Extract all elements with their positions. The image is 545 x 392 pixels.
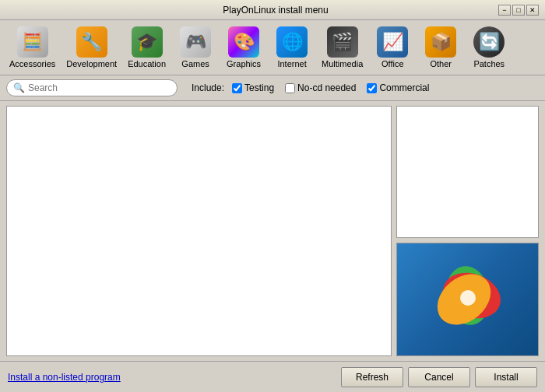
checkbox-no-cd[interactable]: No-cd needed <box>285 82 356 93</box>
other-icon: 📦 <box>425 26 456 58</box>
games-label: Games <box>181 59 209 68</box>
graphics-label: Graphics <box>227 59 261 68</box>
education-icon: 🎓 <box>132 26 163 58</box>
checkbox-group: TestingNo-cd neededCommercial <box>232 82 429 93</box>
program-list[interactable] <box>6 106 392 356</box>
checkbox-label-no-cd: No-cd needed <box>297 82 356 93</box>
patches-icon: 🔄 <box>473 26 505 58</box>
checkbox-input-commercial[interactable] <box>367 83 377 93</box>
category-item-patches[interactable]: 🔄Patches <box>466 23 512 72</box>
multimedia-icon: 🎬 <box>327 26 358 58</box>
minimize-button[interactable]: − <box>498 5 511 16</box>
close-button[interactable]: ✕ <box>526 5 539 16</box>
office-label: Office <box>382 59 404 68</box>
search-box[interactable]: 🔍 <box>6 79 178 96</box>
category-item-office[interactable]: 📈Office <box>369 23 416 72</box>
category-item-other[interactable]: 📦Other <box>417 23 464 72</box>
category-item-graphics[interactable]: 🎨Graphics <box>220 23 267 72</box>
accessories-label: Accessories <box>9 59 55 68</box>
accessories-icon: 🧮 <box>17 26 48 58</box>
internet-icon: 🌐 <box>276 26 308 58</box>
checkbox-input-no-cd[interactable] <box>285 83 295 93</box>
office-icon: 📈 <box>377 26 408 58</box>
logo-box <box>396 243 539 356</box>
right-panel <box>396 106 539 356</box>
svg-point-3 <box>460 290 476 306</box>
titlebar: PlayOnLinux install menu − □ ✕ <box>0 0 545 20</box>
games-icon: 🎮 <box>180 26 211 58</box>
category-item-internet[interactable]: 🌐Internet <box>269 23 315 72</box>
maximize-button[interactable]: □ <box>512 5 525 16</box>
development-label: Development <box>66 59 117 68</box>
main-content <box>0 101 545 361</box>
checkbox-label-commercial: Commercial <box>379 82 429 93</box>
checkbox-commercial[interactable]: Commercial <box>367 82 429 93</box>
category-item-development[interactable]: 🔧Development <box>62 23 121 72</box>
checkbox-input-testing[interactable] <box>232 83 242 93</box>
cancel-button[interactable]: Cancel <box>408 367 470 387</box>
refresh-button[interactable]: Refresh <box>341 367 403 387</box>
search-input[interactable] <box>28 82 171 93</box>
education-label: Education <box>128 59 166 68</box>
other-label: Other <box>430 59 452 68</box>
window-title: PlayOnLinux install menu <box>53 5 498 16</box>
development-icon: 🔧 <box>76 26 107 58</box>
preview-box <box>396 106 539 238</box>
category-item-accessories[interactable]: 🧮Accessories <box>5 23 60 72</box>
bottom-bar: Install a non-listed program Refresh Can… <box>0 361 545 392</box>
include-label: Include: <box>192 82 224 93</box>
internet-label: Internet <box>277 59 306 68</box>
category-item-multimedia[interactable]: 🎬Multimedia <box>317 23 367 72</box>
filter-bar: 🔍 Include: TestingNo-cd neededCommercial <box>0 75 545 101</box>
playonlinux-logo <box>421 253 515 346</box>
category-item-education[interactable]: 🎓Education <box>123 23 171 72</box>
checkbox-testing[interactable]: Testing <box>232 82 274 93</box>
graphics-icon: 🎨 <box>228 26 259 58</box>
window-controls[interactable]: − □ ✕ <box>498 5 539 16</box>
install-nonlisted-link[interactable]: Install a non-listed program <box>8 372 121 383</box>
search-icon: 🔍 <box>13 82 25 93</box>
patches-label: Patches <box>473 59 505 68</box>
category-toolbar: 🧮Accessories🔧Development🎓Education🎮Games… <box>0 20 545 75</box>
checkbox-label-testing: Testing <box>244 82 274 93</box>
action-buttons: Refresh Cancel Install <box>341 367 537 387</box>
install-button[interactable]: Install <box>475 367 537 387</box>
category-item-games[interactable]: 🎮Games <box>172 23 219 72</box>
multimedia-label: Multimedia <box>322 59 363 68</box>
